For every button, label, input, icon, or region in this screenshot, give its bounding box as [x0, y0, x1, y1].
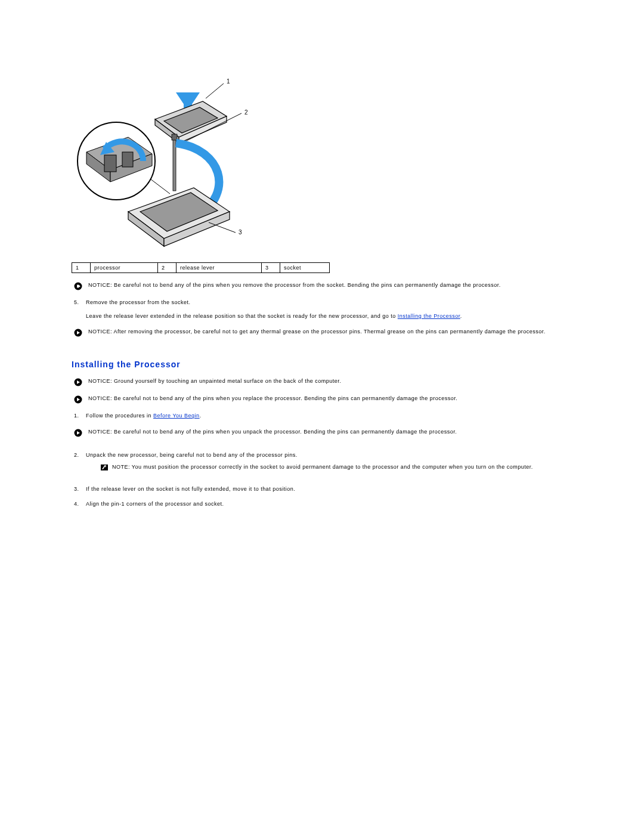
notice-label: NOTICE: [88, 282, 112, 288]
legend-label-2: release lever [177, 263, 262, 273]
notice-icon [74, 429, 85, 437]
step-number: 2. [74, 451, 79, 459]
legend-num-1: 1 [72, 263, 91, 273]
notice-bend-pins-unpack: NOTICE: Be careful not to bend any of th… [72, 428, 572, 437]
notice-ground-yourself: NOTICE: Ground yourself by touching an u… [72, 377, 572, 386]
step-number: 1. [74, 412, 79, 420]
link-before-you-begin[interactable]: Before You Begin [153, 413, 200, 419]
step-number: 5. [74, 299, 79, 306]
notice-icon [74, 395, 85, 404]
step-subtext-b: . [460, 313, 462, 319]
svg-rect-8 [104, 155, 116, 172]
steps-install-cont: 2. Unpack the new processor, being caref… [72, 451, 572, 508]
note-position-correctly: NOTE: You must position the processor co… [100, 463, 572, 471]
steps-install: 1. Follow the procedures in Before You B… [72, 412, 572, 420]
callout-1: 1 [227, 78, 230, 85]
note-label: NOTE: [112, 464, 130, 470]
svg-line-5 [209, 222, 236, 233]
step-text: If the release lever on the socket is no… [86, 486, 295, 492]
notice-thermal-grease: NOTICE: After removing the processor, be… [72, 328, 572, 337]
note-text-body: You must position the processor correctl… [130, 464, 533, 470]
step-subtext-a: Leave the release lever extended in the … [86, 313, 398, 319]
step-number: 3. [74, 485, 79, 493]
processor-diagram: 1 2 3 [72, 66, 572, 273]
steps-remove: 5. Remove the processor from the socket.… [72, 299, 572, 320]
note-icon [100, 464, 109, 471]
step-text: Align the pin-1 corners of the processor… [86, 501, 224, 507]
step-text-a: Follow the procedures in [86, 413, 153, 419]
document-page: 1 2 3 [0, 0, 644, 508]
notice-text-body: Be careful not to bend any of the pins w… [112, 282, 501, 288]
callout-legend-table: 1 processor 2 release lever 3 socket [72, 262, 330, 273]
step-text: Remove the processor from the socket. [86, 299, 191, 305]
step-text-b: . [200, 413, 202, 419]
notice-text-body: Be careful not to bend any of the pins w… [112, 429, 457, 435]
svg-rect-3 [172, 134, 177, 140]
section-title-installing: Installing the Processor [72, 360, 572, 369]
svg-rect-2 [173, 137, 176, 191]
notice-icon [74, 329, 85, 337]
legend-label-1: processor [91, 263, 158, 273]
notice-label: NOTICE: [88, 329, 112, 335]
svg-line-10 [150, 179, 170, 194]
diagram-svg: 1 2 3 [72, 66, 250, 256]
legend-num-3: 3 [262, 263, 280, 273]
notice-icon [74, 282, 85, 290]
notice-icon [74, 378, 85, 386]
notice-text-body: Be careful not to bend any of the pins w… [112, 395, 457, 401]
callout-2: 2 [244, 109, 248, 116]
svg-rect-18 [104, 466, 106, 467]
notice-label: NOTICE: [88, 429, 112, 435]
notice-label: NOTICE: [88, 378, 112, 384]
step-text: Unpack the new processor, being careful … [86, 452, 298, 458]
svg-rect-17 [104, 465, 106, 466]
svg-line-1 [206, 83, 224, 98]
legend-label-3: socket [280, 263, 330, 273]
link-installing-processor[interactable]: Installing the Processor [398, 313, 460, 319]
step-2: 2. Unpack the new processor, being caref… [72, 451, 572, 472]
notice-label: NOTICE: [88, 395, 112, 401]
callout-3: 3 [239, 229, 242, 236]
step-number: 4. [74, 500, 79, 508]
legend-num-2: 2 [158, 263, 177, 273]
step-5: 5. Remove the processor from the socket.… [72, 299, 572, 320]
step-3: 3. If the release lever on the socket is… [72, 485, 572, 493]
notice-bend-pins-replace: NOTICE: Be careful not to bend any of th… [72, 395, 572, 404]
notice-text-body: After removing the processor, be careful… [112, 329, 546, 335]
notice-bend-pins-remove: NOTICE: Be careful not to bend any of th… [72, 281, 572, 290]
step-1: 1. Follow the procedures in Before You B… [72, 412, 572, 420]
svg-rect-9 [122, 152, 133, 167]
step-4: 4. Align the pin-1 corners of the proces… [72, 500, 572, 508]
notice-text-body: Ground yourself by touching an unpainted… [112, 378, 341, 384]
